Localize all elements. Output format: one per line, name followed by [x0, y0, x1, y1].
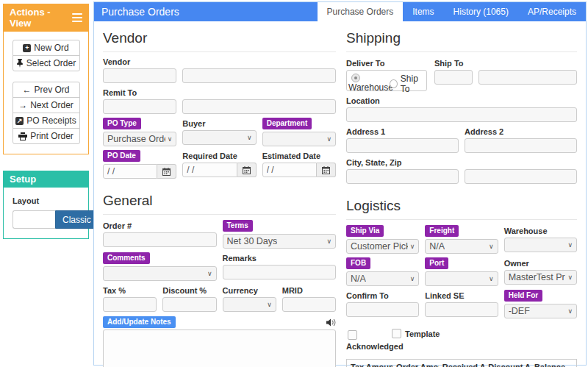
owner-label: Owner — [504, 259, 577, 268]
chevron-down-icon: ∨ — [410, 243, 415, 250]
po-type-select[interactable]: Purchase Order ∨ — [103, 132, 176, 146]
ship-to-radio[interactable] — [390, 79, 398, 88]
page-title: Purchase Orders — [94, 2, 179, 21]
terms-select[interactable]: Net 30 Days ∨ — [223, 234, 337, 249]
currency-label: Currency — [223, 286, 276, 295]
main-header: Purchase Orders Purchase Orders Items Hi… — [94, 2, 586, 21]
department-select[interactable]: ∨ — [262, 132, 336, 146]
warehouse-select[interactable]: ∨ — [504, 238, 577, 252]
city-state-input[interactable] — [346, 169, 459, 184]
city-state-zip-row — [346, 169, 577, 184]
general-section-heading: General — [103, 188, 336, 215]
print-order-label: Print Order — [30, 131, 74, 141]
vendor-code-input[interactable] — [103, 68, 176, 83]
freight-select[interactable]: N/A ∨ — [425, 239, 498, 254]
calendar-icon[interactable] — [157, 164, 176, 179]
vendor-section-heading: Vendor — [103, 26, 336, 52]
template-checkbox[interactable] — [392, 329, 401, 338]
mrid-input[interactable] — [282, 297, 336, 312]
prev-order-label: Prev Ord — [34, 85, 69, 95]
speaker-icon[interactable] — [326, 318, 336, 327]
po-receipts-button[interactable]: ↗ PO Receipts — [12, 113, 80, 129]
po-receipts-label: PO Receipts — [26, 115, 76, 126]
acknowledged-label: Acknowledged — [346, 342, 404, 351]
ship-to-label: Ship To — [434, 59, 577, 68]
ship-to-name-input[interactable] — [478, 70, 577, 85]
layout-input[interactable] — [12, 210, 55, 229]
notes-textarea[interactable] — [103, 329, 336, 367]
discount-input[interactable] — [162, 297, 216, 312]
prev-order-button[interactable]: ← Prev Ord — [12, 82, 80, 98]
ship-to-radio-label: Ship To — [401, 74, 426, 94]
hamburger-icon[interactable] — [72, 11, 82, 24]
new-order-button[interactable]: + New Ord — [12, 40, 80, 56]
remit-code-input[interactable] — [103, 99, 176, 114]
ship-via-select[interactable]: Customer Pick-up ∨ — [346, 239, 419, 254]
acknowledged-checkbox[interactable] — [348, 330, 357, 340]
fob-port-owner-row: FOB N/A ∨ Port ∨ Owner Maste — [346, 254, 577, 286]
template-checkbox-wrap: Template — [392, 329, 440, 338]
port-select[interactable]: ∨ — [425, 271, 498, 286]
chevron-down-icon: ∨ — [326, 238, 331, 245]
order-amount-header: Order Amount — [392, 360, 439, 367]
next-order-button[interactable]: → Next Order — [12, 97, 80, 113]
terms-badge: Terms — [223, 220, 253, 232]
warehouse-radio[interactable] — [351, 74, 360, 82]
template-label: Template — [405, 329, 440, 338]
location-label: Location — [346, 96, 577, 105]
actions-panel-title: Actions - View — [10, 7, 72, 29]
tab-purchase-orders[interactable]: Purchase Orders — [318, 2, 404, 21]
order-number-label: Order # — [103, 221, 217, 230]
linked-se-label: Linked SE — [425, 291, 498, 300]
vendor-name-input[interactable] — [182, 68, 336, 83]
shipvia-freight-warehouse-row: Ship Via Customer Pick-up ∨ Freight N/A … — [346, 221, 577, 254]
logistics-section-heading: Logistics — [346, 193, 577, 220]
tab-ap-receipts[interactable]: AP/Receipts — [518, 2, 586, 21]
remit-name-input[interactable] — [182, 99, 336, 114]
estimated-date-input[interactable] — [262, 163, 317, 177]
comments-remarks-row: Comments ∨ Remarks — [103, 249, 336, 281]
tab-items[interactable]: Items — [403, 2, 443, 21]
port-badge: Port — [425, 257, 448, 269]
discount-amt-header: Discount Amt — [484, 360, 531, 367]
zip-input[interactable] — [465, 169, 577, 184]
department-badge: Department — [262, 118, 312, 129]
required-date-input[interactable] — [182, 163, 237, 177]
address1-input[interactable] — [346, 138, 459, 153]
order-number-input[interactable] — [103, 232, 217, 247]
calendar-icon[interactable] — [317, 163, 336, 177]
estimated-date-label: Estimated Date — [262, 152, 336, 160]
comments-badge: Comments — [103, 252, 150, 264]
location-input[interactable] — [346, 107, 577, 122]
owner-select[interactable]: MasterTest Primary V ∨ — [504, 270, 577, 285]
po-type-badge: PO Type — [103, 118, 141, 129]
tax-input[interactable] — [103, 297, 157, 312]
setup-panel-header: Setup — [4, 171, 88, 188]
remarks-input[interactable] — [223, 265, 337, 279]
print-order-button[interactable]: Print Order — [12, 128, 80, 144]
left-column: Vendor Vendor Remit To PO Type Purchase … — [103, 26, 336, 367]
select-order-button[interactable]: Select Order — [12, 55, 80, 71]
address2-input[interactable] — [465, 138, 577, 153]
classic-button[interactable]: Classic — [55, 210, 98, 229]
chevron-down-icon: ∨ — [567, 241, 573, 249]
sidebar: Actions - View + New Ord Select Order ← — [3, 4, 89, 255]
tab-history[interactable]: History (1065) — [444, 2, 518, 21]
linked-se-input[interactable] — [425, 302, 498, 317]
amounts-table: Tax Amount Order Amount Received Amt Dis… — [346, 359, 577, 367]
ship-to-code-input[interactable] — [434, 70, 473, 85]
held-for-select[interactable]: -DEF ∨ — [504, 304, 577, 318]
buyer-select[interactable]: ∨ — [182, 130, 256, 145]
chevron-down-icon: ∨ — [567, 274, 573, 281]
comments-select[interactable]: ∨ — [103, 266, 217, 281]
fob-select[interactable]: N/A ∨ — [346, 271, 419, 286]
chevron-down-icon: ∨ — [326, 135, 331, 143]
calendar-icon[interactable] — [237, 163, 257, 177]
warehouse-label: Warehouse — [504, 227, 577, 235]
confirm-to-input[interactable] — [346, 302, 419, 317]
remit-to-label: Remit To — [103, 88, 336, 97]
tax-label: Tax % — [103, 286, 157, 295]
currency-select[interactable]: ∨ — [223, 297, 276, 312]
balance-header: Balance — [531, 360, 577, 367]
po-date-input[interactable] — [103, 164, 157, 179]
